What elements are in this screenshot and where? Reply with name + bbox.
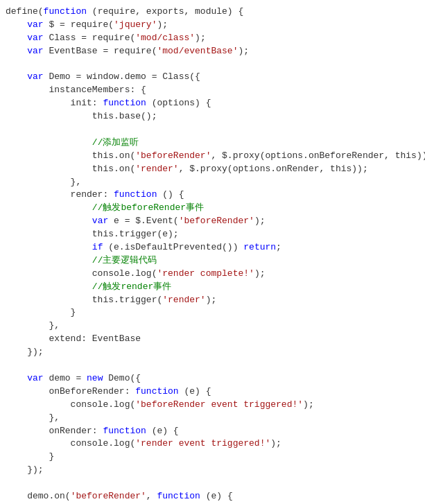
token [6,46,27,56]
token: ); [238,46,249,56]
token: this.base(); [6,111,157,121]
token: Demo({ [103,373,141,383]
code-line: init: function (options) { [0,97,425,110]
token: function [114,189,157,200]
code-line: instanceMembers: { [0,84,425,97]
token: console.log( [6,268,157,279]
token: 'render event triggered!' [135,438,270,449]
code-line: onRender: function (e) { [0,425,425,438]
token: Class = require( [44,33,136,43]
code-line: var Demo = window.demo = Class({ [0,71,425,84]
code-line: this.on('render', $.proxy(options.onRend… [0,163,425,176]
token: ); [157,19,168,30]
token: console.log( [6,399,135,410]
code-line: onBeforeRender: function (e) { [0,385,425,399]
token: (e.isDefaultPrevented()) [103,242,243,252]
code-line: }); [0,464,425,477]
token: var [27,46,43,56]
token: //触发beforeRender事件 [92,202,204,213]
token: 'render complete!' [157,268,254,279]
token: define( [6,6,44,17]
token: var [27,19,43,30]
token: Demo = window.demo = Class({ [44,71,200,82]
code-line: var e = $.Event('beforeRender'); [0,215,425,228]
token: ); [270,438,281,449]
token [6,33,27,43]
code-line: define(function (require, exports, modul… [0,6,425,19]
token: , $.proxy(options.onRender, this)); [179,164,368,174]
code-line: this.on('beforeRender', $.proxy(options.… [0,150,425,163]
code-line [0,359,425,372]
token [6,202,92,213]
token: var [27,33,43,43]
token: console.log( [6,438,135,449]
token [6,137,92,148]
code-line: //添加监听 [0,137,425,150]
token: var [27,373,43,383]
code-editor: define(function (require, exports, modul… [0,0,425,504]
token: //添加监听 [92,137,139,148]
code-line: this.base(); [0,110,425,123]
token: $ = require( [44,19,114,30]
code-line: } [0,451,425,464]
code-line: if (e.isDefaultPrevented()) return; [0,241,425,254]
token: function [103,426,146,436]
code-line: var $ = require('jquery'); [0,19,425,32]
token: onRender: [6,426,103,436]
token: demo.on( [6,491,71,501]
token: }); [6,464,44,475]
token: 'render' [162,295,205,305]
token: (e) { [200,491,233,501]
token: (options) { [146,98,211,108]
token: //触发render事件 [92,281,171,292]
token: instanceMembers: { [6,85,146,95]
token: 'mod/class' [135,33,195,43]
token: 'mod/eventBase' [157,46,238,56]
code-line: this.trigger('render'); [0,294,425,307]
token [6,255,92,266]
code-line: //主要逻辑代码 [0,254,425,268]
token: , $.proxy(options.onBeforeRender, this))… [211,150,425,161]
token [6,19,27,30]
token [6,242,92,252]
token: 'jquery' [114,19,157,30]
token: function [44,6,87,17]
token: if [92,242,103,252]
token: 'beforeRender' [179,216,254,226]
token: return [243,242,276,252]
token: new [87,373,103,383]
token: e = $.Event( [108,216,178,226]
code-line: console.log('beforeRender event triggere… [0,399,425,412]
code-line: render: function () { [0,189,425,202]
code-line: }, [0,176,425,189]
token: ); [303,399,314,410]
token: }); [6,347,44,357]
token: ; [276,242,281,252]
token: render: [6,189,114,200]
code-line [0,123,425,137]
token: }, [6,177,81,187]
token: function [135,386,178,397]
code-line: console.log('render event triggered!'); [0,437,425,451]
token: 'beforeRender event triggered!' [135,399,303,410]
code-line: }, [0,412,425,425]
token: function [103,98,146,108]
token: EventBase = require( [44,46,157,56]
code-line [0,58,425,71]
token: extend: EventBase [6,333,141,344]
token [6,71,27,82]
token: 'render' [135,164,178,174]
token: 'beforeRender' [135,150,211,161]
token: 'beforeRender' [71,491,146,501]
token: init: [6,98,103,108]
code-line [0,477,425,490]
token: this.trigger( [6,295,162,305]
token: } [6,307,76,318]
token: }, [6,412,60,423]
code-line: }); [0,346,425,359]
token: ); [206,295,217,305]
token [6,281,92,292]
token: } [6,451,54,462]
code-line: demo.on('beforeRender', function (e) { [0,490,425,503]
token: function [157,491,200,501]
